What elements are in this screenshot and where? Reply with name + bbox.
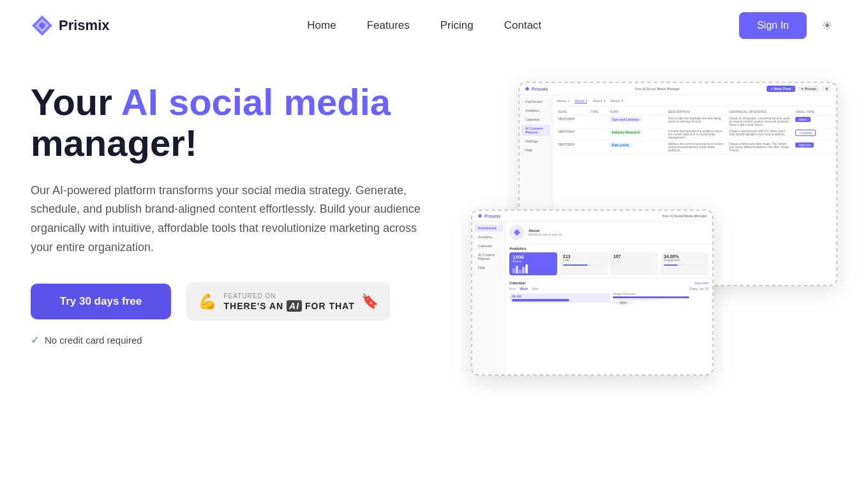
hero-title-plain: Your: [31, 81, 121, 123]
secondary-screenshot: Prismix Your AI Social Media Manager Das…: [471, 210, 714, 376]
featured-on-label: FEATURED ON: [224, 292, 355, 300]
nav-right: Sign In ☀: [739, 12, 837, 39]
try-free-button[interactable]: Try 30 days free: [31, 284, 171, 319]
hero-left: Your AI social media manager! Our AI-pow…: [31, 82, 465, 347]
hero-description: Our AI-powered platform transforms your …: [31, 181, 439, 257]
sun-icon: ☀: [821, 18, 833, 33]
navbar: Prismix Home Features Pricing Contact Si…: [0, 0, 868, 51]
nav-contact[interactable]: Contact: [504, 19, 542, 32]
logo-icon: [31, 14, 54, 37]
mini-content-table: DATE TYPE TOPIC DESCRIPTION GRAPHICAL IN…: [557, 109, 832, 154]
featured-name: THERE'S AN AI FOR THAT: [224, 300, 355, 312]
logo-link[interactable]: Prismix: [31, 14, 110, 37]
mini-topbar-secondary: Prismix Your AI Social Media Manager: [472, 211, 712, 222]
table-row: 06/07/2024 Industry Research A thread th…: [557, 128, 832, 141]
svg-marker-7: [514, 229, 521, 236]
mini-logo-2: Prismix: [477, 213, 500, 218]
hero-actions: Try 30 days free 💪 FEATURED ON THERE'S A…: [31, 282, 465, 321]
featured-badge-text: FEATURED ON THERE'S AN AI FOR THAT: [224, 292, 355, 312]
theme-toggle-button[interactable]: ☀: [817, 15, 837, 36]
mini-topbar-main: Prismix Your AI Social Media Manager + N…: [520, 83, 836, 95]
hero-right: Prismix Your AI Social Media Manager + N…: [490, 82, 837, 388]
bookmark-icon: 🔖: [361, 293, 379, 310]
hero-title-highlight: AI social media: [121, 81, 391, 123]
table-row: 06/07/2024 Pain points Address the commo…: [557, 141, 832, 154]
hero-section: Your AI social media manager! Our AI-pow…: [0, 51, 868, 388]
hero-title: Your AI social media manager!: [31, 82, 465, 164]
nav-links: Home Features Pricing Contact: [307, 19, 541, 32]
mini-logo: Prismix: [525, 86, 548, 91]
hero-title-end: manager!: [31, 122, 197, 164]
featured-badge: 💪 FEATURED ON THERE'S AN AI FOR THAT 🔖: [186, 282, 390, 321]
check-icon: ✓: [31, 333, 40, 347]
sign-in-button[interactable]: Sign In: [739, 12, 807, 39]
arm-icon: 💪: [198, 293, 218, 310]
no-credit-label: No credit card required: [45, 335, 142, 346]
no-credit-card: ✓ No credit card required: [31, 333, 465, 347]
nav-features[interactable]: Features: [367, 19, 410, 32]
table-row: 06/07/2024 Tips and Lessons Drive a plan…: [557, 116, 832, 128]
mini-weeks: Week 1 Week 2 Week 3 Week 4: [557, 99, 832, 106]
mini-content-secondary: Dashboard Analytics Calendar AI Content …: [472, 222, 712, 374]
nav-home[interactable]: Home: [307, 19, 336, 32]
mini-sidebar-secondary: Dashboard Analytics Calendar AI Content …: [472, 222, 505, 374]
logo-text: Prismix: [59, 17, 110, 34]
nav-pricing[interactable]: Pricing: [440, 19, 474, 32]
